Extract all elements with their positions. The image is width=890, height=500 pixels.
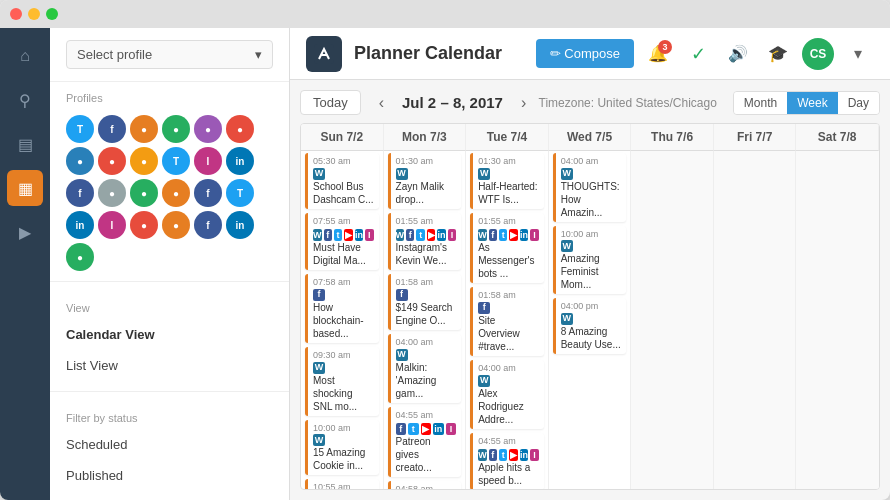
col-header-tue: Tue 7/4 <box>466 124 549 151</box>
alerts-icon[interactable]: 🔊 <box>722 38 754 70</box>
profile-avatar[interactable]: ● <box>162 211 190 239</box>
profile-avatar[interactable]: in <box>226 147 254 175</box>
profile-avatar[interactable]: T <box>226 179 254 207</box>
filter-section: Filter by status Scheduled Published In … <box>50 391 289 500</box>
profile-avatar[interactable]: ● <box>130 147 158 175</box>
profile-avatar[interactable]: f <box>66 179 94 207</box>
view-section-label: View <box>50 292 289 319</box>
today-button[interactable]: Today <box>300 90 361 115</box>
calendar-grid: Sun 7/2 Mon 7/3 Tue 7/4 Wed 7/5 Thu 7/6 … <box>300 123 880 490</box>
event-sun-5[interactable]: 10:00 am W 15 Amazing Cookie in... <box>305 420 379 476</box>
profile-avatar[interactable]: ● <box>98 147 126 175</box>
app-window: ⌂ ⚲ ▤ ▦ ▶ Select profile ▾ Profiles T f … <box>0 0 890 500</box>
day-view-button[interactable]: Day <box>838 92 879 114</box>
event-mon-2[interactable]: 01:55 am Wft▶inI Instagram's Kevin We... <box>388 213 462 271</box>
profile-avatar[interactable]: I <box>98 211 126 239</box>
profile-avatar[interactable]: ● <box>130 115 158 143</box>
app-body: ⌂ ⚲ ▤ ▦ ▶ Select profile ▾ Profiles T f … <box>0 28 890 500</box>
select-profile-dropdown[interactable]: Select profile ▾ <box>66 40 273 69</box>
timezone-label: Timezone: United States/Chicago <box>539 96 717 110</box>
view-section: View Calendar View List View <box>50 281 289 391</box>
profile-avatar[interactable]: ● <box>130 211 158 239</box>
profile-avatar[interactable]: in <box>66 211 94 239</box>
list-view-item[interactable]: List View <box>50 350 289 381</box>
main-content: Planner Calendar ✏ Compose 🔔 3 ✓ 🔊 🎓 CS … <box>290 28 890 500</box>
event-mon-6[interactable]: 04:58 am f How Much is Your <box>388 481 462 489</box>
calendar-icon[interactable]: ▦ <box>7 170 43 206</box>
col-header-wed: Wed 7/5 <box>549 124 632 151</box>
col-header-mon: Mon 7/3 <box>384 124 467 151</box>
month-view-button[interactable]: Month <box>734 92 787 114</box>
profiles-section-label: Profiles <box>50 82 289 109</box>
event-tue-5[interactable]: 04:55 am Wft▶inI Apple hits a speed b... <box>470 433 544 489</box>
page-title: Planner Calendar <box>354 43 524 64</box>
profile-avatar[interactable]: f <box>194 211 222 239</box>
filter-published[interactable]: Published <box>50 460 289 491</box>
event-mon-3[interactable]: 01:58 am f $149 Search Engine O... <box>388 274 462 330</box>
close-button[interactable] <box>10 8 22 20</box>
account-dropdown-icon[interactable]: ▾ <box>842 38 874 70</box>
notifications-button[interactable]: 🔔 3 <box>642 38 674 70</box>
event-wed-1[interactable]: 04:00 am W THOUGHTS: How Amazin... <box>553 153 627 222</box>
profile-avatar[interactable]: T <box>162 147 190 175</box>
profile-avatar[interactable]: ● <box>194 115 222 143</box>
status-check-icon[interactable]: ✓ <box>682 38 714 70</box>
event-tue-4[interactable]: 04:00 am W Alex Rodriguez Addre... <box>470 360 544 429</box>
profile-selector-area: Select profile ▾ <box>50 28 289 82</box>
icon-sidebar: ⌂ ⚲ ▤ ▦ ▶ <box>0 28 50 500</box>
prev-week-button[interactable]: ‹ <box>373 92 390 114</box>
event-sun-6[interactable]: 10:55 am Wft▶in <box>305 479 379 489</box>
event-wed-2[interactable]: 10:00 am W Amazing Feminist Mom... <box>553 226 627 295</box>
event-sun-2[interactable]: 07:55 am Wft▶inI Must Have Digital Ma... <box>305 213 379 271</box>
graduation-icon[interactable]: 🎓 <box>762 38 794 70</box>
event-tue-2[interactable]: 01:55 am Wft▶inI As Messenger's bots ... <box>470 213 544 284</box>
col-header-sat: Sat 7/8 <box>796 124 879 151</box>
profile-avatar[interactable]: ● <box>162 115 190 143</box>
messages-icon[interactable]: ▤ <box>7 126 43 162</box>
event-tue-1[interactable]: 01:30 am W Half-Hearted: WTF Is... <box>470 153 544 209</box>
profile-avatar[interactable]: in <box>226 211 254 239</box>
compose-button[interactable]: ✏ Compose <box>536 39 634 68</box>
filter-in-review[interactable]: In Review 20 <box>50 491 289 500</box>
profile-avatar[interactable]: ● <box>66 147 94 175</box>
maximize-button[interactable] <box>46 8 58 20</box>
home-icon[interactable]: ⌂ <box>7 38 43 74</box>
sat-column <box>796 151 879 489</box>
notification-count: 3 <box>658 40 672 54</box>
col-header-sun: Sun 7/2 <box>301 124 384 151</box>
calendar-toolbar: Today ‹ Jul 2 – 8, 2017 › Timezone: Unit… <box>300 90 880 115</box>
mon-column: 01:30 am W Zayn Malik drop... 01:55 am W… <box>384 151 467 489</box>
send-icon[interactable]: ▶ <box>7 214 43 250</box>
profile-avatar[interactable]: f <box>194 179 222 207</box>
profile-avatar[interactable]: ● <box>130 179 158 207</box>
event-sun-3[interactable]: 07:58 am f How blockchain-based... <box>305 274 379 343</box>
date-range-label: Jul 2 – 8, 2017 <box>402 94 503 111</box>
event-sun-4[interactable]: 09:30 am W Most shocking SNL mo... <box>305 347 379 416</box>
event-mon-4[interactable]: 04:00 am W Malkin: 'Amazing gam... <box>388 334 462 403</box>
week-view-button[interactable]: Week <box>787 92 837 114</box>
profile-avatar[interactable]: I <box>194 147 222 175</box>
minimize-button[interactable] <box>28 8 40 20</box>
filter-scheduled[interactable]: Scheduled <box>50 429 289 460</box>
profile-avatar[interactable]: ● <box>66 243 94 271</box>
event-mon-5[interactable]: 04:55 am ft▶inI Patreon gives creato... <box>388 407 462 478</box>
calendar-area: Today ‹ Jul 2 – 8, 2017 › Timezone: Unit… <box>290 80 890 500</box>
thu-column <box>631 151 714 489</box>
select-profile-label: Select profile <box>77 47 152 62</box>
col-header-fri: Fri 7/7 <box>714 124 797 151</box>
event-wed-3[interactable]: 04:00 pm W 8 Amazing Beauty Use... <box>553 298 627 354</box>
event-tue-3[interactable]: 01:58 am f Site Overview #trave... <box>470 287 544 356</box>
profile-avatar[interactable]: f <box>98 115 126 143</box>
calendar-view-item[interactable]: Calendar View <box>50 319 289 350</box>
profile-avatar[interactable]: T <box>66 115 94 143</box>
event-sun-1[interactable]: 05:30 am W School Bus Dashcam C... <box>305 153 379 209</box>
profile-avatar[interactable]: ● <box>226 115 254 143</box>
profile-avatar[interactable]: ● <box>162 179 190 207</box>
event-mon-1[interactable]: 01:30 am W Zayn Malik drop... <box>388 153 462 209</box>
profile-avatar[interactable]: ● <box>98 179 126 207</box>
dropdown-arrow-icon: ▾ <box>255 47 262 62</box>
user-avatar-button[interactable]: CS <box>802 38 834 70</box>
next-week-button[interactable]: › <box>515 92 532 114</box>
profiles-grid: T f ● ● ● ● ● ● ● T I in f ● ● ● f T i <box>50 109 289 277</box>
search-icon[interactable]: ⚲ <box>7 82 43 118</box>
